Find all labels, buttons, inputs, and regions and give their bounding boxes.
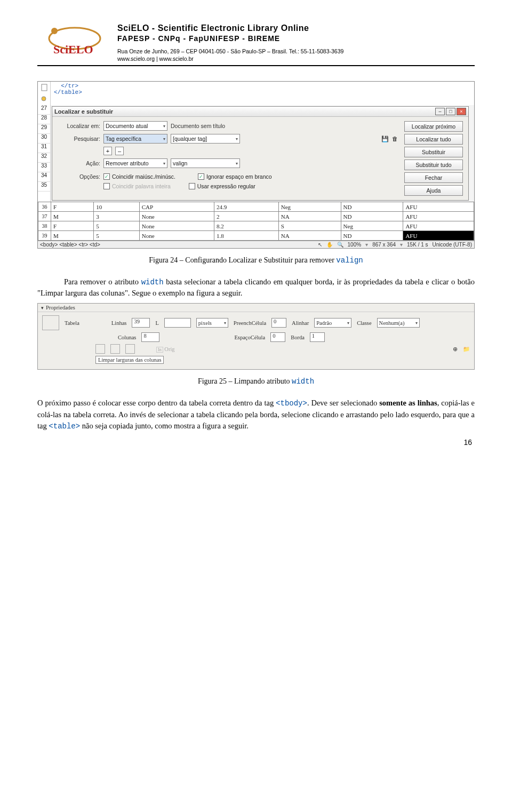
expand-icon[interactable]: ▾: [41, 305, 44, 311]
table-cell: AFU: [403, 202, 474, 212]
table-cell: 5: [94, 221, 139, 231]
table-cell: ND: [341, 231, 403, 241]
target-icon[interactable]: ⊕: [453, 346, 458, 352]
ajuda-button[interactable]: Ajuda: [404, 185, 463, 196]
line-number: 38: [38, 221, 51, 231]
table-cell: AFU: [403, 221, 474, 231]
table-cell: None: [139, 212, 214, 221]
status-encoding: Unicode (UTF-8): [433, 242, 472, 248]
table-cell: 10: [94, 202, 139, 212]
table-cell: S: [278, 221, 341, 231]
trash-icon[interactable]: 🗑: [392, 136, 398, 142]
table-cell: Neg: [278, 202, 341, 212]
preench-input[interactable]: 0: [271, 318, 286, 328]
screenshot-properties: ▾ Propriedades Tabela Linhas 39 L pixels…: [37, 303, 475, 370]
acao-label: Ação:: [58, 160, 100, 166]
preench-label: PreenchCélula: [234, 320, 266, 326]
table-cell: None: [139, 231, 214, 241]
line-gutter: 27 28 29 30 31 32 33 34 35: [38, 105, 51, 202]
colunas-label: Colunas: [118, 335, 136, 340]
line-number: 34: [38, 172, 50, 182]
tool-icon[interactable]: [110, 344, 120, 354]
folder-icon[interactable]: 📁: [463, 346, 470, 353]
dialog-title: Localizar e substituir: [54, 108, 434, 115]
table-cell: 2: [214, 212, 279, 221]
borda-label: Borda: [291, 335, 305, 340]
linhas-label: Linhas: [111, 320, 127, 326]
find-icon: [41, 95, 48, 103]
add-rule-button[interactable]: +: [103, 147, 112, 155]
localizar-tudo-button[interactable]: Localizar tudo: [404, 134, 463, 145]
header-address: Rua Onze de Junho, 269 – CEP 04041-050 -…: [117, 48, 475, 54]
minimize-button[interactable]: –: [435, 108, 445, 115]
table-cell: F: [51, 221, 94, 231]
header-title: SciELO - Scientific Electronic Library O…: [117, 23, 475, 33]
espaco-label: EspaçoCélula: [234, 335, 265, 340]
tool-icon[interactable]: [95, 344, 105, 354]
table-cell: 5: [94, 231, 139, 241]
localizar-em-select[interactable]: Documento atual▾: [103, 121, 167, 131]
largura-label: L: [155, 320, 158, 326]
figure-caption-25: Figura 25 – Limpando atributo width: [37, 377, 475, 386]
paragraph-2: O próximo passo é colocar esse corpo den…: [37, 397, 475, 432]
line-number: 33: [38, 163, 50, 172]
save-icon[interactable]: 💾: [381, 136, 389, 142]
line-number: 35: [38, 182, 50, 192]
alinhar-select[interactable]: Padrão▾: [314, 318, 351, 328]
acao-attr-select[interactable]: valign▾: [171, 158, 240, 168]
remove-rule-button[interactable]: –: [115, 147, 124, 155]
largura-input[interactable]: [164, 318, 191, 328]
colunas-input[interactable]: 8: [141, 332, 159, 342]
classe-select[interactable]: Nenhum(a)▾: [377, 318, 420, 328]
status-zoom: 100%: [348, 242, 362, 248]
svg-rect-3: [42, 84, 47, 91]
paragraph-1: Para remover o atributo width basta sele…: [37, 276, 475, 299]
status-dims: 867 x 364: [372, 242, 396, 248]
localizar-proximo-button[interactable]: Localizar próximo: [404, 121, 463, 132]
tabela-label: Tabela: [65, 320, 79, 326]
line-number: 39: [38, 231, 51, 241]
linhas-input[interactable]: 39: [132, 318, 150, 328]
chk-maiusc[interactable]: ✓Coincidir maiúsc./minúsc.: [103, 173, 175, 180]
unidade-select[interactable]: pixels▾: [196, 318, 228, 328]
zoom-icon: 🔍: [337, 242, 343, 248]
alinhar-label: Alinhar: [292, 320, 309, 326]
table-cell: 8.2: [214, 221, 279, 231]
close-button[interactable]: ×: [457, 108, 466, 115]
table-icon: [42, 315, 59, 330]
substituir-button[interactable]: Substituir: [404, 147, 463, 157]
table-cell: NA: [278, 212, 341, 221]
tool-icon[interactable]: [125, 344, 135, 354]
chk-ignorar[interactable]: ✓Ignorar espaço em branco: [198, 173, 272, 180]
orig-label: In Orig: [156, 346, 175, 352]
scielo-logo: SciELO: [37, 21, 117, 62]
maximize-button[interactable]: □: [446, 108, 455, 115]
espaco-input[interactable]: 0: [270, 332, 285, 342]
table-cell: ND: [341, 202, 403, 212]
borda-input[interactable]: 1: [310, 332, 325, 342]
pesquisar-tag-select[interactable]: [qualquer tag]▾: [171, 134, 240, 144]
code-line: </tr>: [54, 83, 471, 89]
status-size: 15K / 1 s: [407, 242, 428, 248]
table-cell: M: [51, 212, 94, 221]
table-row: 36F10CAP24.9NegNDAFU: [38, 202, 474, 212]
header-website: www.scielo.org | www.scielo.br: [117, 55, 475, 62]
page-number: 16: [463, 438, 472, 447]
table-cell: None: [139, 221, 214, 231]
substituir-tudo-button[interactable]: Substituir tudo: [404, 160, 463, 170]
table-row: 38F5None8.2SNegAFU: [38, 221, 474, 231]
header-divider: [37, 65, 475, 66]
status-bar: <body> <table> <tr> <td> ↖ ✋ 🔍 100% ▾ 86…: [38, 241, 474, 248]
opcoes-label: Opções:: [58, 173, 100, 180]
svg-text:SciELO: SciELO: [53, 43, 93, 56]
figure-caption-24: Figura 24 – Configurando Localizar e Sub…: [37, 256, 475, 265]
acao-select[interactable]: Remover atributo▾: [103, 158, 167, 168]
fechar-button[interactable]: Fechar: [404, 172, 463, 183]
line-number: 36: [38, 202, 51, 212]
chk-regex[interactable]: Usar expressão regular: [189, 183, 255, 189]
pesquisar-select[interactable]: Tag específica▾: [103, 134, 167, 144]
data-table: 36F10CAP24.9NegNDAFU37M3None2NANDAFU38F5…: [38, 202, 474, 241]
pesquisar-label: Pesquisar:: [58, 136, 100, 142]
table-cell: ND: [341, 212, 403, 221]
limpar-larguras-button[interactable]: Limpar larguras das colunas: [95, 356, 164, 364]
